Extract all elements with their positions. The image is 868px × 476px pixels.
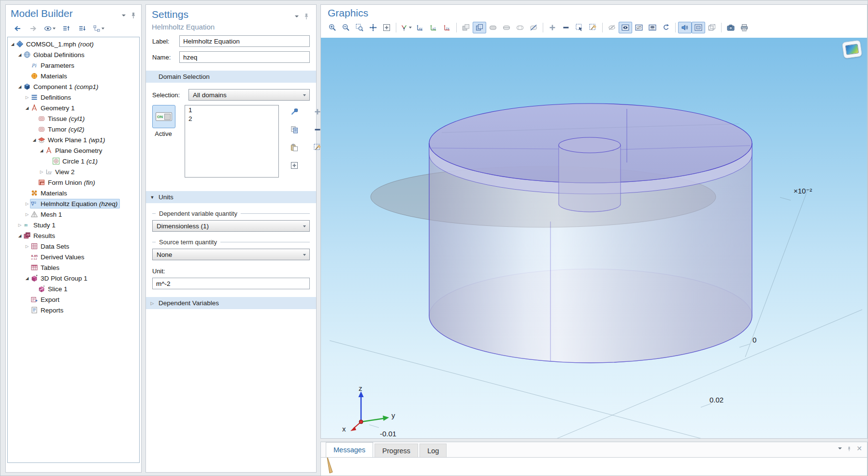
zoom-in-button[interactable] [326,22,339,33]
hide-selected-button[interactable] [605,22,619,33]
domain-list-item[interactable]: 2 [188,115,278,124]
active-toggle-button[interactable]: ON [152,105,175,128]
deselect-box-button[interactable] [586,22,600,33]
tab-log[interactable]: Log [420,444,447,457]
tree-closed-arrow-icon[interactable]: ▷ [24,95,30,100]
tree-closed-arrow-icon[interactable]: ▷ [39,169,44,174]
label-field[interactable] [179,35,310,47]
tree-open-arrow-icon[interactable]: ◢ [17,52,23,57]
remove-from-selection-button[interactable] [559,22,573,33]
show-hidden-button[interactable] [646,22,659,33]
model-builder-menu-icon[interactable] [122,15,126,16]
tree-item-tumor[interactable]: Tumor(cyl2) [8,124,139,134]
tree-item-slice-1[interactable]: Slice 1 [8,283,139,294]
default-3d-view-button[interactable] [399,22,413,33]
perspective-projection-button[interactable] [705,22,719,33]
tree-item-view-2[interactable]: ▷xyView 2 [8,166,139,177]
close-icon[interactable]: ✕ [856,445,862,452]
copy-selection-button[interactable] [288,124,301,135]
outline-rendering-button[interactable] [513,22,527,33]
tree-item-materials[interactable]: Materials [8,71,139,81]
domain-selection-header[interactable]: Domain Selection [146,71,316,83]
tree-item-tables[interactable]: Tables [8,262,139,273]
zoom-extents-button[interactable] [366,22,380,33]
zoom-to-selection-button[interactable] [380,22,393,33]
tree-open-arrow-icon[interactable]: ◢ [31,137,37,142]
scene-light-button[interactable] [459,22,473,33]
add-to-selection-button[interactable] [546,22,559,33]
model-tree-button[interactable] [91,23,106,34]
tree-open-arrow-icon[interactable]: ◢ [10,42,15,46]
tree-open-arrow-icon[interactable]: ◢ [17,233,23,238]
tree-item-global-definitions[interactable]: ◢Global Definitions [8,49,139,60]
sound-button[interactable] [678,22,692,33]
tree-item-work-plane-1[interactable]: ◢Work Plane 1(wp1) [8,134,139,145]
tree-item-mesh-1[interactable]: ▷Mesh 1 [8,209,139,220]
tree-item-definitions[interactable]: ▷Definitions [8,92,139,103]
pin-icon[interactable] [130,12,137,19]
tree-item-derived-values[interactable]: 8.85e-12Derived Values [8,252,139,262]
units-section-header[interactable]: ▼ Units [146,191,316,203]
tree-closed-arrow-icon[interactable]: ▷ [24,212,30,217]
view-navigation-widget[interactable] [842,40,862,59]
dependent-variable-quantity-dropdown[interactable]: Dimensionless (1) [152,220,310,232]
tree-closed-arrow-icon[interactable]: ▷ [24,201,30,206]
zoom-out-button[interactable] [339,22,353,33]
dependent-variables-header[interactable]: ▷ Dependent Variables [146,297,316,309]
reset-hiding-button[interactable] [659,22,673,33]
wireframe-rendering-button[interactable] [500,22,513,33]
go-to-xy-view-button[interactable]: xy [413,22,427,33]
source-term-quantity-dropdown[interactable]: None [152,249,310,260]
tree-item-export[interactable]: Export [8,294,139,305]
pin-icon[interactable] [846,445,852,452]
image-snapshot-button[interactable] [724,22,738,33]
tree-item-results[interactable]: ◢Results [8,230,139,241]
tree-open-arrow-icon[interactable]: ◢ [24,105,30,110]
selection-dropdown[interactable]: All domains [188,89,310,101]
print-button[interactable] [738,22,751,33]
tree-item-form-union[interactable]: Form Union(fin) [8,177,139,188]
tree-item-component-1[interactable]: ◢Component 1(comp1) [8,81,139,92]
zoom-to-selection-button[interactable] [288,160,301,171]
tree-item-reports[interactable]: Reports [8,305,139,315]
tree-closed-arrow-icon[interactable]: ▷ [24,244,30,249]
create-selection-button[interactable] [288,106,301,118]
pin-icon[interactable] [303,13,310,20]
tree-item-study-1[interactable]: ▷∞Study 1 [8,220,139,230]
tree-item-data-sets[interactable]: ▷Data Sets [8,241,139,252]
forward-button[interactable] [27,23,40,34]
settings-menu-icon[interactable] [295,15,299,17]
go-to-zx-view-button[interactable]: zx [440,22,454,33]
show-options-button[interactable] [43,23,57,34]
tree-item-geometry-1[interactable]: ◢Geometry 1 [8,103,139,113]
move-up-button[interactable] [59,23,73,34]
zoom-box-button[interactable] [353,22,366,33]
show-frame-button[interactable] [692,22,705,33]
tree-item-circle-1[interactable]: Circle 1(c1) [8,156,139,166]
surface-rendering-button[interactable] [486,22,500,33]
tree-closed-arrow-icon[interactable]: ▷ [17,223,23,227]
tree-open-arrow-icon[interactable]: ◢ [24,276,30,281]
select-box-button[interactable] [573,22,586,33]
unit-field[interactable] [152,278,310,289]
messages-menu-icon[interactable] [838,447,842,449]
domain-selection-list[interactable]: 12 [185,105,279,178]
back-button[interactable] [11,23,24,34]
tree-item-comsol-1-mph[interactable]: ◢COMSOL_1.mph(root) [8,39,139,49]
paste-selection-button[interactable] [288,142,301,153]
tree-item-helmholtz-equation[interactable]: ▷∇²Helmholtz Equation(hzeq) [8,198,139,209]
name-field[interactable] [179,51,310,63]
move-down-button[interactable] [75,23,89,34]
tree-item-3d-plot-group-1[interactable]: ◢3D Plot Group 1 [8,273,139,283]
hide-objects-button[interactable] [527,22,540,33]
tab-messages[interactable]: Messages [326,442,373,457]
graphics-canvas[interactable]: z y x ×10⁻²00.02-0.01 [321,38,867,438]
view-unhidden-button[interactable] [619,22,632,33]
go-to-yz-view-button[interactable]: yz [427,22,440,33]
tree-item-materials[interactable]: Materials [8,188,139,198]
domain-list-item[interactable]: 1 [188,106,278,115]
tree-open-arrow-icon[interactable]: ◢ [39,148,44,153]
view-hidden-button[interactable] [632,22,646,33]
tree-item-plane-geometry[interactable]: ◢Plane Geometry [8,145,139,156]
tab-progress[interactable]: Progress [375,444,418,457]
